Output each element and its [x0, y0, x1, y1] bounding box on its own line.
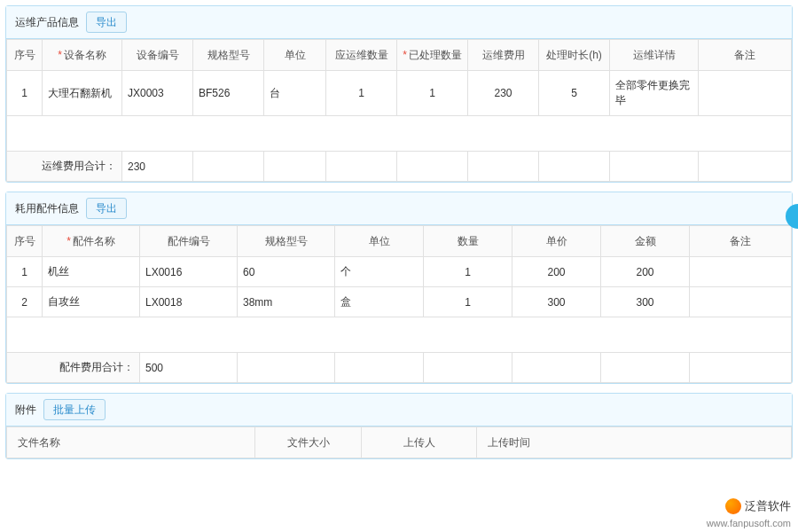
col-seq: 序号	[7, 40, 43, 71]
col-qty: 数量	[424, 226, 512, 257]
maintenance-product-panel: 运维产品信息 导出 序号 *设备名称 设备编号 规格型号 单位 应运维数量 *已…	[5, 5, 793, 183]
required-mark: *	[403, 49, 407, 61]
cell-amount: 300	[601, 287, 690, 317]
maintenance-table: 序号 *设备名称 设备编号 规格型号 单位 应运维数量 *已处理数量 运维费用 …	[6, 39, 792, 182]
col-hours: 处理时长(h)	[539, 40, 610, 71]
col-unit: 单位	[264, 40, 326, 71]
cell-detail: 全部零件更换完毕	[610, 71, 699, 116]
batch-upload-button[interactable]: 批量上传	[43, 399, 106, 420]
cell-seq: 1	[7, 257, 43, 287]
col-model: 规格型号	[193, 40, 264, 71]
total-value: 500	[140, 353, 238, 383]
cell-cost: 230	[468, 71, 539, 116]
col-device-no: 设备编号	[122, 40, 193, 71]
cell-model: 60	[238, 257, 335, 287]
total-value: 230	[122, 152, 193, 182]
attachment-panel: 附件 批量上传 文件名称 文件大小 上传人 上传时间	[5, 393, 793, 459]
cell-amount: 200	[601, 257, 690, 287]
cell-done-qty: 1	[397, 71, 468, 116]
table-row[interactable]: 1 机丝 LX0016 60 个 1 200 200	[7, 257, 792, 287]
export-button[interactable]: 导出	[86, 12, 127, 33]
cell-qty: 1	[424, 257, 512, 287]
panel-title: 附件	[15, 403, 36, 418]
cell-should-qty: 1	[326, 71, 397, 116]
cell-unit: 个	[335, 257, 424, 287]
table-row[interactable]: 2 自攻丝 LX0018 38mm 盒 1 300 300	[7, 287, 792, 317]
cell-qty: 1	[424, 287, 512, 317]
col-remark: 备注	[699, 40, 792, 71]
col-amount: 金额	[601, 226, 690, 257]
export-button[interactable]: 导出	[86, 198, 127, 219]
table-header-row: 序号 *配件名称 配件编号 规格型号 单位 数量 单价 金额 备注	[7, 226, 792, 257]
col-done-qty: *已处理数量	[397, 40, 468, 71]
col-should-qty: 应运维数量	[326, 40, 397, 71]
cell-part-name: 自攻丝	[43, 287, 140, 317]
cell-model: 38mm	[238, 287, 335, 317]
cell-part-no: LX0016	[140, 257, 238, 287]
total-row: 运维费用合计： 230	[7, 152, 792, 182]
cell-seq: 1	[7, 71, 43, 116]
col-cost: 运维费用	[468, 40, 539, 71]
cell-part-no: LX0018	[140, 287, 238, 317]
required-mark: *	[58, 49, 62, 61]
spacer-row	[7, 116, 792, 152]
col-model: 规格型号	[238, 226, 335, 257]
cell-price: 200	[512, 257, 601, 287]
table-header-row: 文件名称 文件大小 上传人 上传时间	[7, 427, 792, 458]
cell-model: BF526	[193, 71, 264, 116]
total-label: 配件费用合计：	[7, 353, 140, 383]
cell-remark	[690, 257, 792, 287]
panel-title: 耗用配件信息	[15, 201, 79, 216]
parts-panel: 耗用配件信息 导出 序号 *配件名称 配件编号 规格型号 单位 数量 单价 金额…	[5, 192, 793, 384]
attachment-table: 文件名称 文件大小 上传人 上传时间	[6, 426, 792, 458]
panel-header: 附件 批量上传	[6, 394, 792, 426]
cell-device-name: 大理石翻新机	[43, 71, 122, 116]
table-row[interactable]: 1 大理石翻新机 JX0003 BF526 台 1 1 230 5 全部零件更换…	[7, 71, 792, 116]
total-row: 配件费用合计： 500	[7, 353, 792, 383]
col-device-name: *设备名称	[43, 40, 122, 71]
cell-unit: 盒	[335, 287, 424, 317]
cell-device-no: JX0003	[122, 71, 193, 116]
col-file-name: 文件名称	[7, 427, 255, 458]
cell-part-name: 机丝	[43, 257, 140, 287]
col-unit: 单位	[335, 226, 424, 257]
cell-price: 300	[512, 287, 601, 317]
cell-unit: 台	[264, 71, 326, 116]
cell-seq: 2	[7, 287, 43, 317]
col-part-no: 配件编号	[140, 226, 238, 257]
col-detail: 运维详情	[610, 40, 699, 71]
cell-hours: 5	[539, 71, 610, 116]
cell-remark	[690, 287, 792, 317]
col-part-name: *配件名称	[43, 226, 140, 257]
panel-title: 运维产品信息	[15, 15, 79, 30]
total-label: 运维费用合计：	[7, 152, 122, 182]
cell-remark	[699, 71, 792, 116]
col-seq: 序号	[7, 226, 43, 257]
col-upload-time: 上传时间	[477, 427, 792, 458]
panel-header: 耗用配件信息 导出	[6, 192, 792, 225]
required-mark: *	[66, 235, 71, 247]
col-price: 单价	[512, 226, 601, 257]
col-uploader: 上传人	[362, 427, 477, 458]
col-file-size: 文件大小	[255, 427, 362, 458]
table-header-row: 序号 *设备名称 设备编号 规格型号 单位 应运维数量 *已处理数量 运维费用 …	[7, 40, 792, 71]
panel-header: 运维产品信息 导出	[6, 6, 792, 39]
parts-table: 序号 *配件名称 配件编号 规格型号 单位 数量 单价 金额 备注 1 机丝 L…	[6, 225, 792, 383]
col-remark: 备注	[690, 226, 792, 257]
spacer-row	[7, 317, 792, 353]
